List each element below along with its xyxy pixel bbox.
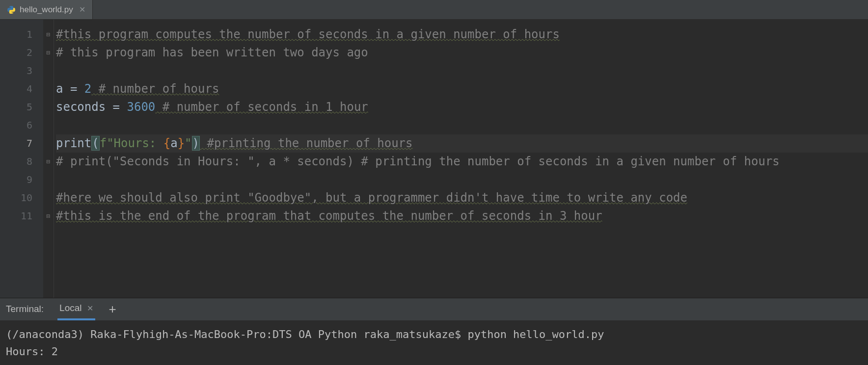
- code-line[interactable]: [56, 171, 868, 189]
- code-line[interactable]: #here we should also print "Goodbye", bu…: [56, 189, 868, 207]
- fold-gutter: ⊟ ⊟ ⊟ ⊟: [43, 20, 54, 298]
- code-area[interactable]: #this program computes the number of sec…: [54, 20, 868, 298]
- line-number: 2: [0, 44, 43, 62]
- line-number: 6: [0, 116, 43, 134]
- code-line[interactable]: # this program has been written two days…: [56, 44, 868, 62]
- code-line[interactable]: [56, 62, 868, 80]
- terminal-output[interactable]: (/anaconda3) Raka-Flyhigh-As-MacBook-Pro…: [0, 321, 868, 365]
- code-line[interactable]: [56, 116, 868, 134]
- add-terminal-button[interactable]: +: [109, 303, 116, 315]
- terminal-tab-local[interactable]: Local ✕: [57, 298, 95, 320]
- code-line[interactable]: #this program computes the number of sec…: [56, 26, 868, 44]
- code-line[interactable]: # print("Seconds in Hours: ", a * second…: [56, 153, 868, 171]
- comment-text: #printing the number of hours: [200, 136, 412, 150]
- code-line-current[interactable]: print(f"Hours: {a}") #printing the numbe…: [56, 134, 868, 153]
- code-line[interactable]: seconds = 3600 # number of seconds in 1 …: [56, 98, 868, 116]
- line-number-gutter: 1 2 3 4 5 6 7 8 9 10 11: [0, 20, 43, 298]
- terminal-output-line: Hours: 2: [6, 345, 58, 358]
- fold-toggle-icon[interactable]: ⊟: [43, 26, 54, 44]
- comment-text: #here we should also print "Goodbye", bu…: [56, 191, 687, 205]
- editor-tabbar: hello_world.py ✕: [0, 0, 868, 20]
- close-icon[interactable]: ✕: [79, 5, 85, 14]
- comment-text: # number of seconds in 1 hour: [155, 100, 368, 114]
- comment-text: #this is the end of the program that com…: [56, 209, 602, 223]
- code-line[interactable]: #this is the end of the program that com…: [56, 207, 868, 225]
- line-number: 11: [0, 207, 43, 225]
- line-number: 3: [0, 62, 43, 80]
- line-number: 5: [0, 98, 43, 116]
- comment-text: #this program computes the number of sec…: [56, 27, 560, 41]
- comment-text: # print("Seconds in Hours: ", a * second…: [56, 155, 780, 168]
- fold-toggle-icon[interactable]: ⊟: [43, 153, 54, 171]
- comment-text: # number of hours: [91, 82, 219, 96]
- line-number: 7: [0, 134, 43, 153]
- line-number: 1: [0, 26, 43, 44]
- code-line[interactable]: a = 2 # number of hours: [56, 80, 868, 98]
- file-tab[interactable]: hello_world.py ✕: [0, 0, 93, 19]
- terminal-panel: Terminal: Local ✕ + (/anaconda3) Raka-Fl…: [0, 298, 868, 365]
- fold-toggle-icon[interactable]: ⊟: [43, 44, 54, 62]
- terminal-command: python hello_world.py: [467, 328, 604, 340]
- terminal-tab-label: Local: [59, 303, 81, 313]
- line-number: 9: [0, 171, 43, 189]
- terminal-prompt: (/anaconda3) Raka-Flyhigh-As-MacBook-Pro…: [6, 328, 467, 340]
- line-number: 8: [0, 153, 43, 171]
- code-editor[interactable]: 1 2 3 4 5 6 7 8 9 10 11 ⊟ ⊟ ⊟ ⊟ #this pr…: [0, 20, 868, 298]
- file-tab-label: hello_world.py: [20, 5, 73, 15]
- line-number: 10: [0, 189, 43, 207]
- fold-toggle-icon[interactable]: ⊟: [43, 207, 54, 225]
- terminal-title: Terminal:: [6, 304, 44, 314]
- comment-text: # this program has been written two days…: [56, 46, 368, 59]
- python-file-icon: [7, 5, 16, 14]
- terminal-tabbar: Terminal: Local ✕ +: [0, 298, 868, 321]
- line-number: 4: [0, 80, 43, 98]
- close-icon[interactable]: ✕: [87, 304, 93, 313]
